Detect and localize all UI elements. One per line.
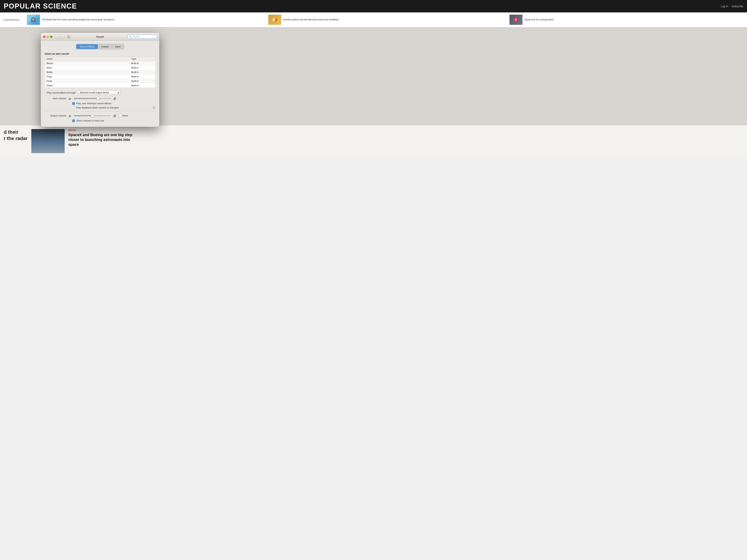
mute-wrap: Mute xyxy=(119,114,128,117)
article-text-1: The Beats Solo Pro noise cancelling head… xyxy=(42,18,116,21)
sound-type-frog: Built-in xyxy=(131,75,154,78)
article-partial-left: p you become a xyxy=(0,18,23,22)
ui-sounds-label: Play user interface sound effects xyxy=(76,102,111,105)
feedback-label: Play feedback when volume is changed xyxy=(76,106,119,109)
output-volume-low-icon: 🔈 xyxy=(69,114,72,117)
ps-title: POPULAR SCIENCE xyxy=(4,2,77,10)
show-volume-checkbox[interactable]: ✓ xyxy=(72,119,75,122)
article-text-3: Stamp sets for correspondenc xyxy=(524,18,554,21)
volume-high-icon: 🔊 xyxy=(113,97,117,100)
sound-name-funk: Funk xyxy=(47,80,131,82)
mute-checkbox[interactable] xyxy=(119,114,121,117)
sound-name-blow: Blow xyxy=(47,66,131,69)
article-item-3[interactable]: 📮 Stamp sets for correspondenc xyxy=(506,14,747,26)
sound-type-blow: Built-in xyxy=(131,66,154,69)
titlebar: ‹ › Sound 🔍 Search xyxy=(41,33,159,41)
bottom-article-title: SpaceX and Boeing are one big step close… xyxy=(68,132,133,147)
sound-name-basso: Basso xyxy=(47,62,131,64)
article-thumb-1: 🎧 xyxy=(27,15,40,25)
article-strip: p you become a 🎧 The Beats Solo Pro nois… xyxy=(0,12,747,27)
sound-name-bottle: Bottle xyxy=(47,71,131,74)
sound-row-blow[interactable]: Blow Built-in xyxy=(45,65,155,70)
sound-type-basso: Built-in xyxy=(131,62,154,64)
nav-buttons: ‹ › xyxy=(55,35,65,38)
col-type-header: Type xyxy=(131,58,154,60)
play-through-value: Selected sound output device xyxy=(80,91,109,94)
close-button[interactable] xyxy=(43,35,45,38)
bottom-article-content: SPACE SpaceX and Boeing are one big step… xyxy=(68,129,133,153)
checkmark-icon: ✓ xyxy=(73,103,74,104)
volume-low-icon: 🔈 xyxy=(69,97,72,100)
main-content: d their r the radar SPACE SpaceX and Boe… xyxy=(0,27,747,157)
sound-name-glass: Glass xyxy=(47,84,131,87)
sound-type-funk: Built-in xyxy=(131,80,154,82)
mac-sound-preferences-window: ‹ › Sound 🔍 Search xyxy=(41,33,159,127)
grid-icon xyxy=(68,35,70,38)
output-volume-slider[interactable] xyxy=(74,115,111,116)
show-volume-label: Show volume in menu bar xyxy=(76,119,104,122)
sound-table: Name Type Basso Built-in Blow Built-in B… xyxy=(45,57,156,88)
sound-row-funk[interactable]: Funk Built-in xyxy=(45,79,155,83)
tabs-container: Sound Effects Output Input xyxy=(45,44,156,49)
minimize-button[interactable] xyxy=(47,35,49,38)
sound-type-glass: Built-in xyxy=(131,84,154,87)
sound-name-frog: Frog xyxy=(47,75,131,78)
window-title: Sound xyxy=(96,35,104,38)
search-box[interactable]: 🔍 Search xyxy=(127,35,157,39)
search-input[interactable]: Search xyxy=(133,35,155,38)
output-volume-label: Output volume: xyxy=(45,114,69,117)
ps-nav: Log In Subscribe xyxy=(721,5,743,8)
tab-output[interactable]: Output xyxy=(98,44,112,49)
search-icon: 🔍 xyxy=(129,35,132,38)
bottom-article-img xyxy=(31,129,65,153)
forward-button[interactable]: › xyxy=(60,35,65,38)
article-text-2: Novelty toasters that will effectively b… xyxy=(283,18,338,21)
window-content: Sound Effects Output Input Select an ale… xyxy=(41,41,159,127)
col-name-header: Name xyxy=(47,58,131,60)
section-divider xyxy=(45,111,156,112)
sound-row-basso[interactable]: Basso Built-in xyxy=(45,61,155,65)
ui-sounds-checkbox[interactable]: ✓ xyxy=(72,102,75,105)
grid-view-button[interactable] xyxy=(66,35,71,39)
bottom-article-tag: SPACE xyxy=(68,129,133,131)
ps-header: POPULAR SCIENCE Log In Subscribe xyxy=(0,0,747,12)
article-thumb-2: 🍞 xyxy=(268,15,281,25)
sound-type-bottle: Built-in xyxy=(131,71,154,74)
login-link[interactable]: Log In xyxy=(721,5,728,8)
table-header: Name Type xyxy=(45,57,155,61)
show-volume-row: ✓ Show volume in menu bar xyxy=(72,119,156,122)
play-through-dropdown[interactable]: Selected sound output device xyxy=(78,90,121,95)
bottom-article-area: d their r the radar SPACE SpaceX and Boe… xyxy=(0,125,747,157)
play-through-label: Play sound effects through: xyxy=(45,91,78,94)
feedback-checkbox[interactable] xyxy=(72,106,75,109)
sound-row-bottle[interactable]: Bottle Built-in xyxy=(45,70,155,75)
website-background: POPULAR SCIENCE Log In Subscribe p you b… xyxy=(0,0,747,560)
article-item-2[interactable]: 🍞 Novelty toasters that will effectively… xyxy=(264,14,506,26)
tabs-group: Sound Effects Output Input xyxy=(76,44,125,49)
back-button[interactable]: ‹ xyxy=(55,35,59,38)
feedback-row: Play feedback when volume is changed ? xyxy=(72,106,156,109)
mute-label: Mute xyxy=(123,114,128,117)
show-volume-checkmark: ✓ xyxy=(73,120,74,122)
output-volume-row: Output volume: 🔈 🔊 Mute xyxy=(45,114,156,117)
help-button[interactable]: ? xyxy=(152,106,156,109)
alert-volume-slider[interactable] xyxy=(74,98,111,99)
tab-input[interactable]: Input xyxy=(112,44,124,49)
subscribe-link[interactable]: Subscribe xyxy=(732,5,743,8)
alert-volume-row: Alert volume: 🔈 🔊 xyxy=(45,97,156,100)
sound-row-frog[interactable]: Frog Built-in xyxy=(45,75,155,79)
alert-volume-label: Alert volume: xyxy=(45,97,69,100)
tab-sound-effects[interactable]: Sound Effects xyxy=(76,44,98,49)
output-volume-high-icon: 🔊 xyxy=(113,114,117,117)
bottom-partial-left: d their r the radar xyxy=(4,129,28,153)
dropdown-arrow-icon xyxy=(118,92,119,94)
sound-row-glass[interactable]: Glass Built-in xyxy=(45,83,155,87)
article-item-1[interactable]: 🎧 The Beats Solo Pro noise cancelling he… xyxy=(23,14,264,26)
alert-sound-label: Select an alert sound: xyxy=(45,52,156,55)
ui-sounds-row: ✓ Play user interface sound effects xyxy=(72,102,156,105)
maximize-button[interactable] xyxy=(50,35,52,38)
traffic-lights xyxy=(43,35,52,38)
article-thumb-3: 📮 xyxy=(510,15,522,25)
play-through-row: Play sound effects through: Selected sou… xyxy=(45,90,156,95)
